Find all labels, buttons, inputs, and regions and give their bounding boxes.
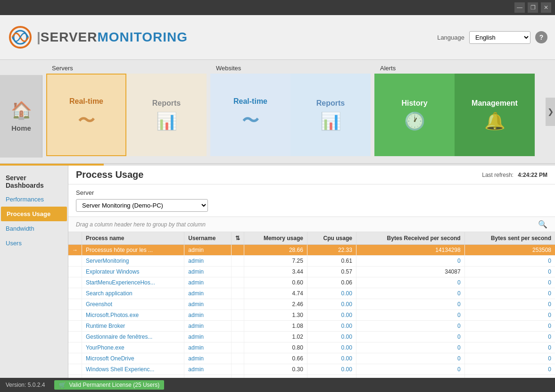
col-header-username[interactable]: Username bbox=[184, 232, 232, 245]
sidebar: Server Dashboards Performances Process U… bbox=[0, 166, 68, 378]
col-header-sort[interactable]: ⇅ bbox=[231, 232, 244, 245]
servers-label: Servers bbox=[46, 65, 207, 74]
row-username: admin bbox=[184, 245, 232, 256]
row-arrow: → bbox=[68, 245, 82, 256]
websites-label: Websites bbox=[210, 65, 371, 74]
row-bytes-recv: 0 bbox=[356, 288, 464, 299]
sidebar-item-performances[interactable]: Performances bbox=[0, 192, 68, 207]
row-bytes-recv: 0 bbox=[356, 256, 464, 267]
sidebar-header: Server Dashboards bbox=[0, 169, 68, 192]
row-memory: 28.66 bbox=[244, 245, 307, 256]
last-refresh-label: Last refresh: bbox=[482, 172, 514, 178]
server-section: Server Server Monitoring (Demo-PC) bbox=[68, 184, 555, 217]
sidebar-item-bandwidth[interactable]: Bandwidth bbox=[0, 221, 68, 236]
row-sort bbox=[231, 321, 244, 332]
nav-item-management[interactable]: Management 🔔 bbox=[455, 74, 535, 156]
col-header-process-name[interactable]: Process name bbox=[82, 232, 184, 245]
table-wrapper[interactable]: Process name Username ⇅ Memory usage Cpu… bbox=[68, 232, 555, 378]
row-bytes-sent: 0 bbox=[464, 267, 555, 277]
logo-text: | SERVER MONITORING bbox=[37, 30, 188, 45]
col-header-bytes-recv[interactable]: Bytes Received per second bbox=[356, 232, 464, 245]
table-row[interactable]: ServerMonitoringadmin7.250.6100 bbox=[68, 256, 555, 267]
restore-button[interactable]: ❐ bbox=[528, 2, 538, 13]
row-memory: 1.02 bbox=[244, 332, 307, 342]
alerts-nav-items: History 🕐 Management 🔔 bbox=[374, 74, 535, 156]
language-select[interactable]: English French German bbox=[469, 31, 530, 44]
server-select[interactable]: Server Monitoring (Demo-PC) bbox=[76, 199, 208, 212]
title-bar: — ❐ ✕ bbox=[0, 0, 555, 15]
row-bytes-sent: 0 bbox=[464, 299, 555, 310]
language-label: Language bbox=[437, 34, 464, 41]
col-header-bytes-sent[interactable]: Bytes sent per second bbox=[464, 232, 555, 245]
row-process-name: Processus hôte pour les ... bbox=[82, 245, 184, 256]
close-button[interactable]: ✕ bbox=[541, 2, 551, 13]
row-cpu: 22.33 bbox=[307, 245, 356, 256]
table-header-row: Process name Username ⇅ Memory usage Cpu… bbox=[68, 232, 555, 245]
row-cpu: 0.61 bbox=[307, 256, 356, 267]
reports-servers-icon: 📊 bbox=[156, 111, 177, 131]
table-row[interactable]: Microsoft OneDriveadmin0.660.0000 bbox=[68, 353, 555, 364]
nav-item-realtime-web[interactable]: Real-time 〜 bbox=[210, 74, 290, 156]
row-arrow bbox=[68, 288, 82, 299]
col-header-arrow[interactable] bbox=[68, 232, 82, 245]
row-cpu: 0.06 bbox=[307, 277, 356, 288]
row-cpu: 0.00 bbox=[307, 321, 356, 332]
table-row[interactable]: Windows Shell Experienc...admin0.300.000… bbox=[68, 364, 555, 375]
row-cpu: 0.00 bbox=[307, 342, 356, 353]
sidebar-item-process-usage[interactable]: Process Usage bbox=[1, 207, 67, 221]
table-row[interactable]: Search applicationadmin4.740.0000 bbox=[68, 288, 555, 299]
table-row[interactable]: Greenshotadmin2.460.0000 bbox=[68, 299, 555, 310]
nav-item-reports-web[interactable]: Reports 📊 bbox=[290, 74, 371, 156]
license-text: Valid Permanent License (25 Users) bbox=[69, 382, 159, 388]
last-refresh-time: 4:24:22 PM bbox=[518, 172, 547, 178]
row-memory: 0.66 bbox=[244, 353, 307, 364]
row-cpu: 0.00 bbox=[307, 364, 356, 375]
nav-arrow-button[interactable]: ❯ bbox=[546, 98, 555, 126]
row-username: admin bbox=[184, 353, 232, 364]
nav-realtime-web-label: Real-time bbox=[233, 97, 267, 106]
table-row[interactable]: Microsoft.Photos.exeadmin1.300.0000 bbox=[68, 310, 555, 321]
nav-item-history[interactable]: History 🕐 bbox=[374, 74, 455, 156]
nav-reports-web-label: Reports bbox=[316, 99, 345, 108]
col-header-cpu[interactable]: Cpu usage bbox=[307, 232, 356, 245]
row-username: admin bbox=[184, 277, 232, 288]
row-sort bbox=[231, 364, 244, 375]
search-button[interactable]: 🔍 bbox=[538, 220, 547, 229]
row-process-name: ServerMonitoring bbox=[82, 256, 184, 267]
history-icon: 🕐 bbox=[404, 111, 425, 131]
version-text: Version: 5.0.2.4 bbox=[6, 382, 45, 388]
minimize-button[interactable]: — bbox=[514, 2, 525, 13]
nav-item-reports-servers[interactable]: Reports 📊 bbox=[126, 74, 207, 156]
process-table-body: →Processus hôte pour les ...admin28.6622… bbox=[68, 245, 555, 378]
row-cpu: 0.00 bbox=[307, 299, 356, 310]
col-header-memory[interactable]: Memory usage bbox=[244, 232, 307, 245]
row-username: admin bbox=[184, 288, 232, 299]
table-row[interactable]: →Processus hôte pour les ...admin28.6622… bbox=[68, 245, 555, 256]
footer: Version: 5.0.2.4 🛒 Valid Permanent Licen… bbox=[0, 378, 555, 392]
table-row[interactable]: YourPhone.exeadmin0.800.0000 bbox=[68, 342, 555, 353]
nav-item-home[interactable]: 🏠 Home bbox=[0, 75, 42, 158]
row-username: admin bbox=[184, 256, 232, 267]
table-row[interactable]: Explorateur Windowsadmin3.440.57340870 bbox=[68, 267, 555, 277]
row-bytes-sent: 0 bbox=[464, 310, 555, 321]
row-username: admin bbox=[184, 321, 232, 332]
nav-item-realtime-servers[interactable]: Real-time 〜 bbox=[46, 74, 126, 156]
table-row[interactable]: Gestionnaire de fenêtres...admin1.020.00… bbox=[68, 332, 555, 342]
row-username: admin bbox=[184, 267, 232, 277]
table-row[interactable]: Runtime Brokeradmin1.080.0000 bbox=[68, 321, 555, 332]
row-bytes-recv: 0 bbox=[356, 342, 464, 353]
row-username: admin bbox=[184, 364, 232, 375]
row-cpu: 0.00 bbox=[307, 332, 356, 342]
servers-nav-items: Real-time 〜 Reports 📊 bbox=[46, 74, 207, 156]
row-bytes-recv: 0 bbox=[356, 332, 464, 342]
row-bytes-sent: 0 bbox=[464, 277, 555, 288]
row-bytes-recv: 14134298 bbox=[356, 245, 464, 256]
row-bytes-sent: 0 bbox=[464, 332, 555, 342]
row-sort bbox=[231, 332, 244, 342]
logo-icon bbox=[8, 25, 33, 50]
sidebar-item-users[interactable]: Users bbox=[0, 236, 68, 250]
row-arrow bbox=[68, 353, 82, 364]
help-button[interactable]: ? bbox=[535, 31, 547, 43]
table-row[interactable]: StartMenuExperienceHos...admin0.600.0600 bbox=[68, 277, 555, 288]
nav-bar: 🏠 Home Servers Real-time 〜 Reports 📊 Web… bbox=[0, 60, 555, 164]
